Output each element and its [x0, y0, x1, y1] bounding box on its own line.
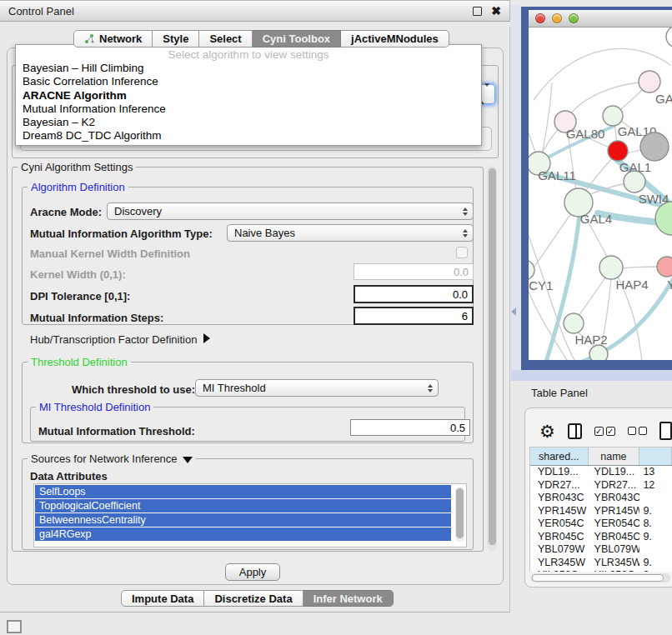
gear-icon[interactable]: ⚙ [539, 422, 555, 440]
sources-group-title[interactable]: Sources for Network Inference [28, 452, 196, 465]
mi-steps-input[interactable]: 6 [354, 307, 474, 325]
tab-select[interactable]: Select [199, 30, 252, 48]
kernel-width-input[interactable]: 0.0 [354, 263, 474, 280]
dropdown-item[interactable]: Dream8 DC_TDC Algorithm [16, 129, 481, 142]
disclosure-down-icon[interactable] [183, 457, 193, 463]
tab-label: jActiveMNodules [351, 32, 439, 45]
network-canvas[interactable]: GALGAL80GAL10GAL1GAL11SWI4GAL4GCY1HAP4YH… [529, 28, 672, 360]
splitter-collapse-icon[interactable] [511, 308, 516, 316]
dropdown-item-list: Bayesian – Hill ClimbingBasic Correlatio… [16, 62, 481, 143]
columns-icon[interactable] [568, 423, 582, 439]
desktop-background [511, 370, 672, 381]
network-node[interactable] [589, 345, 608, 360]
settings-scrollbar[interactable] [487, 166, 497, 551]
table-cell [639, 543, 672, 557]
combo-arrows-icon [463, 208, 468, 216]
tab-label: Network [99, 32, 142, 45]
attributes-scrollbar[interactable] [455, 487, 464, 542]
tab-network[interactable]: Network [73, 30, 153, 48]
new-table-icon[interactable] [659, 422, 672, 440]
float-window-icon[interactable] [473, 7, 482, 16]
network-node[interactable] [640, 132, 669, 161]
network-edge[interactable] [577, 275, 607, 318]
network-node-label: GAL80 [566, 127, 605, 141]
attributes-scrollbar-thumb[interactable] [456, 488, 464, 538]
attribute-list-item[interactable]: TopologicalCoefficient [35, 499, 451, 512]
disclosure-right-icon[interactable] [203, 333, 210, 343]
tab-jactivemnodules[interactable]: jActiveMNodules [341, 30, 449, 48]
network-window-titlebar [529, 10, 672, 28]
dock-panel-icon[interactable] [7, 620, 22, 633]
table-row[interactable]: YPR145WYPR145W9. [530, 505, 672, 518]
dropdown-item[interactable]: ARACNE Algorithm [16, 89, 481, 102]
table-row[interactable]: YLR345WYLR345W9. [530, 557, 672, 570]
table-row[interactable]: YBR043CYBR043C [530, 492, 672, 505]
dropdown-item[interactable]: Bayesian – K2 [16, 116, 481, 129]
mi-type-select[interactable]: Naive Bayes [227, 224, 474, 242]
table-row[interactable]: YIL052CYIL052C9 [530, 569, 672, 572]
table-cell: YLR345W [530, 557, 589, 570]
tab-discretize-data[interactable]: Discretize Data [204, 590, 303, 607]
tab-impute-data[interactable]: Impute Data [121, 590, 204, 607]
table-row[interactable]: YDR27...YDR27...12 [530, 479, 672, 492]
network-node-gcy1[interactable] [529, 260, 534, 280]
mi-threshold-label: Mutual Information Threshold: [38, 425, 195, 438]
table-row[interactable]: YDL19...YDL19...13 [530, 466, 672, 479]
network-edge[interactable] [529, 210, 574, 275]
algorithm-definition-title: Algorithm Definition [28, 181, 128, 193]
network-node-hap2[interactable] [564, 313, 584, 333]
hub-definition-toggle[interactable]: Hub/Transcription Factor Definition [30, 333, 210, 346]
dropdown-item[interactable]: Basic Correlation Inference [16, 75, 481, 88]
select-all-icon[interactable]: ✓✓ [594, 427, 615, 436]
table-row[interactable]: YER054CYER054C8. [530, 518, 672, 531]
network-node-gal1[interactable] [608, 141, 628, 161]
network-node-gal10[interactable] [603, 106, 623, 126]
network-node[interactable] [666, 28, 672, 48]
attribute-list-item[interactable]: SelfLoops [35, 485, 451, 498]
network-node-gal[interactable] [639, 71, 660, 92]
minimize-traffic-light-icon[interactable] [552, 13, 562, 23]
table-hscrollbar-thumb[interactable] [532, 574, 664, 582]
tab-style[interactable]: Style [153, 30, 199, 48]
control-panel-titlebar: Control Panel ✖ [0, 0, 510, 22]
dpi-tolerance-input[interactable]: 0.0 [354, 285, 474, 303]
table-cell: YER054C [589, 518, 640, 531]
table-cell: YBL079W [530, 543, 589, 557]
network-edge[interactable] [541, 83, 552, 159]
table-column-header[interactable]: name [589, 448, 640, 465]
data-attributes-list[interactable]: SelfLoopsTopologicalCoefficientBetweenne… [33, 483, 467, 548]
attribute-list-item[interactable]: BetweennessCentrality [35, 513, 451, 527]
table-cell: 9 [639, 569, 672, 572]
aracne-mode-select[interactable]: Discovery [107, 202, 474, 220]
close-icon[interactable]: ✖ [491, 7, 501, 16]
network-node-hap4[interactable] [599, 256, 623, 279]
tab-infer-network[interactable]: Infer Network [303, 590, 394, 607]
table-row[interactable]: YBR045CYBR045C9. [530, 531, 672, 544]
table-column-header[interactable] [639, 448, 672, 465]
dropdown-placeholder: Select algorithm to view settings [16, 48, 481, 62]
close-traffic-light-icon[interactable] [535, 13, 545, 23]
which-threshold-select[interactable]: MI Threshold [195, 379, 439, 397]
mi-threshold-input[interactable]: 0.5 [350, 419, 470, 436]
network-edge[interactable] [621, 267, 658, 268]
deselect-all-icon[interactable] [628, 427, 647, 435]
manual-kernel-checkbox[interactable] [456, 247, 468, 258]
dropdown-item[interactable]: Bayesian – Hill Climbing [16, 62, 481, 75]
manual-kernel-label: Manual Kernel Width Definition [30, 248, 190, 260]
zoom-traffic-light-icon[interactable] [569, 13, 579, 23]
tab-cyni-toolbox[interactable]: Cyni Toolbox [253, 30, 341, 48]
table-row[interactable]: YBL079WYBL079W [530, 543, 672, 557]
table-column-header[interactable]: shared... [530, 448, 589, 465]
tab-label: Cyni Toolbox [263, 32, 330, 45]
table-cell: YIL052C [589, 569, 640, 572]
table-hscrollbar[interactable] [530, 573, 670, 582]
network-node-swi4[interactable] [624, 171, 645, 192]
settings-scrollbar-thumb[interactable] [489, 168, 496, 545]
attribute-list-item[interactable]: gal4RGexp [35, 528, 451, 541]
combo-arrows-icon [428, 384, 433, 392]
table-cell [639, 492, 672, 505]
network-node-y[interactable] [657, 257, 672, 277]
apply-button[interactable]: Apply [225, 563, 280, 581]
dropdown-item[interactable]: Mutual Information Inference [16, 102, 481, 116]
dpi-tolerance-label: DPI Tolerance [0,1]: [30, 290, 130, 302]
